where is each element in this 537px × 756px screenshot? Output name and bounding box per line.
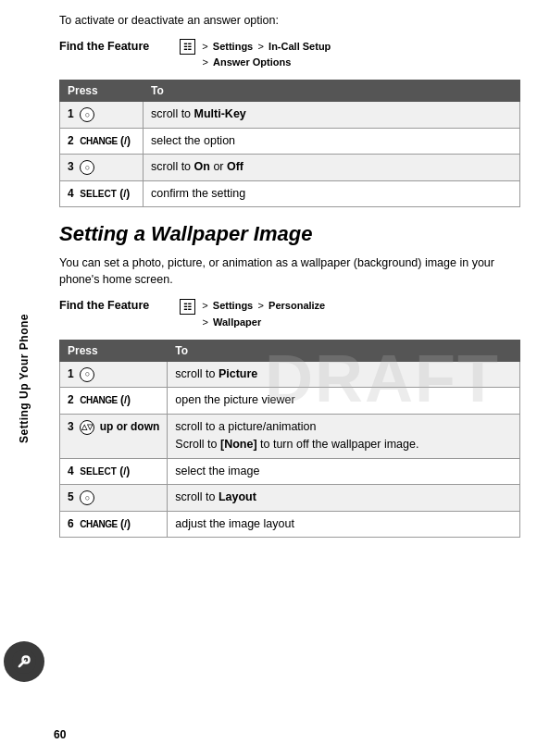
- select-label: SELECT: [80, 466, 116, 477]
- main-content: To activate or deactivate an answer opti…: [48, 0, 537, 756]
- table2-header-to: To: [168, 340, 520, 361]
- table1-header-press: Press: [60, 81, 144, 102]
- scroll-icon: ○: [80, 490, 94, 505]
- t2-row1-press: 1 ○: [60, 361, 168, 388]
- t2-row5-to: scroll to Layout: [168, 485, 520, 512]
- t2-row1-to: scroll to Picture: [168, 361, 520, 388]
- row3-extra: Scroll to [None] to turn off the wallpap…: [175, 437, 512, 453]
- row4-to: confirm the setting: [144, 180, 520, 207]
- table-row: 3 △▽ up or down scroll to a picture/anim…: [60, 414, 520, 458]
- row2-to: select the option: [144, 128, 520, 155]
- table2-header-press: Press: [60, 340, 168, 361]
- sidebar-label: Setting Up Your Phone: [18, 286, 31, 471]
- table-row: 2 CHANGE (/) select the option: [60, 128, 520, 155]
- intro-text: To activate or deactivate an answer opti…: [59, 13, 520, 30]
- table-row: 5 ○ scroll to Layout: [60, 485, 520, 512]
- page-number: 60: [54, 728, 66, 741]
- table-row: 6 CHANGE (/) adjust the image layout: [60, 511, 520, 538]
- t2-row6-to: adjust the image layout: [168, 511, 520, 538]
- table-row: 2 CHANGE (/) open the picture viewer: [60, 388, 520, 415]
- row1-to: scroll to Multi-Key: [144, 102, 520, 129]
- section2-heading: Setting a Wallpaper Image: [59, 222, 520, 246]
- table1-header-to: To: [144, 81, 520, 102]
- find-feature-label-2: Find the Feature: [59, 298, 180, 312]
- scroll-icon: ○: [80, 367, 94, 382]
- table-2: Press To 1 ○ scroll to Picture 2 CHANGE …: [59, 340, 520, 539]
- find-feature-row-1: Find the Feature ☷ > Settings > In-Call …: [59, 39, 520, 71]
- t2-row6-press: 6 CHANGE (/): [60, 511, 168, 538]
- scroll-icon: ○: [80, 107, 94, 122]
- scroll-ud-icon: △▽: [80, 420, 94, 435]
- scroll-icon: ○: [80, 160, 94, 175]
- row3-to: scroll to On or Off: [144, 155, 520, 181]
- table-row: 1 ○ scroll to Multi-Key: [60, 102, 520, 129]
- change-label: CHANGE: [80, 395, 117, 405]
- t2-row3-press: 3 △▽ up or down: [60, 414, 168, 458]
- table-row: 3 ○ scroll to On or Off: [60, 155, 520, 181]
- section2-desc: You can set a photo, picture, or animati…: [59, 254, 520, 290]
- table-row: 4 SELECT (/) select the image: [60, 458, 520, 485]
- t2-row2-press: 2 CHANGE (/): [60, 388, 168, 415]
- row2-press: 2 CHANGE (/): [60, 128, 144, 155]
- table-1: Press To 1 ○ scroll to Multi-Key 2 CHANG…: [59, 80, 520, 207]
- row3-press: 3 ○: [60, 155, 144, 181]
- t2-row3-to: scroll to a picture/animation Scroll to …: [168, 414, 520, 458]
- row3-multi: scroll to a picture/animation Scroll to …: [175, 419, 512, 453]
- find-feature-path-1: ☷ > Settings > In-Call Setup > Answer Op…: [180, 39, 331, 71]
- change-label: CHANGE: [80, 136, 117, 146]
- select-label: SELECT: [80, 189, 116, 199]
- find-feature-path-2: ☷ > Settings > Personalize > Wallpaper: [180, 298, 325, 330]
- t2-row4-to: select the image: [168, 458, 520, 485]
- row1-press: 1 ○: [60, 102, 144, 129]
- table-row: 4 SELECT (/) confirm the setting: [60, 180, 520, 207]
- find-feature-row-2: Find the Feature ☷ > Settings > Personal…: [59, 298, 520, 330]
- row4-press: 4 SELECT (/): [60, 180, 144, 207]
- t2-row2-to: open the picture viewer: [168, 388, 520, 415]
- row3-main: scroll to a picture/animation: [175, 419, 512, 436]
- change-label: CHANGE: [80, 519, 117, 529]
- find-feature-label-1: Find the Feature: [59, 39, 180, 53]
- sidebar-icon: [4, 641, 44, 682]
- sidebar: Setting Up Your Phone: [0, 0, 48, 756]
- table-row: 1 ○ scroll to Picture: [60, 361, 520, 388]
- t2-row5-press: 5 ○: [60, 485, 168, 512]
- t2-row4-press: 4 SELECT (/): [60, 458, 168, 485]
- menu-icon-1: ☷: [180, 39, 195, 55]
- menu-icon-2: ☷: [180, 299, 195, 315]
